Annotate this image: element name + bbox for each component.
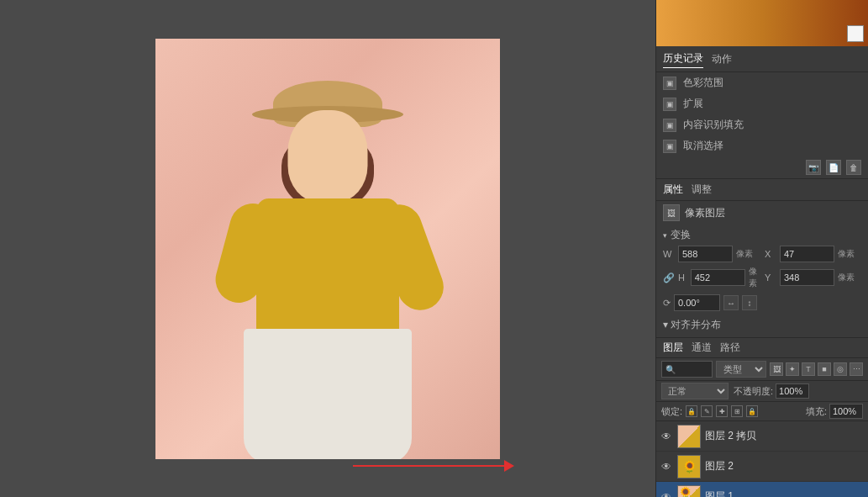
lock-all-btn[interactable]: 🔒	[746, 405, 758, 417]
x-label: X	[765, 249, 776, 259]
opacity-label: 不透明度:	[734, 385, 773, 398]
chevron-icon: ▾	[663, 231, 667, 240]
tab-history[interactable]: 历史记录	[663, 50, 703, 68]
canvas-area	[0, 0, 655, 497]
layer-item-1[interactable]: 👁 🌻 图层 1	[656, 482, 868, 497]
x-unit: 像素	[838, 248, 855, 260]
history-icon-2: ▣	[663, 98, 676, 111]
height-input[interactable]	[691, 269, 745, 286]
pixel-filter-icon[interactable]: 🖼	[770, 362, 783, 376]
layer-type-label: 像素图层	[685, 206, 725, 220]
more-filter-icon[interactable]: ⋯	[850, 362, 863, 376]
y-label: Y	[765, 272, 776, 283]
text-filter-icon[interactable]: T	[802, 362, 815, 376]
flip-h-button[interactable]: ↔	[723, 295, 739, 310]
eye-icon-copy[interactable]: 👁	[661, 431, 673, 442]
y-input[interactable]	[780, 269, 834, 286]
tab-adjustments[interactable]: 调整	[692, 182, 712, 197]
smart-filter-icon[interactable]: ◎	[834, 362, 847, 376]
layer-name-copy: 图层 2 拷贝	[705, 429, 863, 443]
eye-icon-2[interactable]: 👁	[661, 461, 673, 473]
shape-filter-icon[interactable]: ■	[818, 362, 831, 376]
lock-artboard-icon[interactable]: ⊞	[731, 405, 743, 417]
properties-tabs: 属性 调整	[656, 179, 868, 201]
layer-thumb-1: 🌻	[677, 485, 701, 498]
layer-thumb-copy	[677, 425, 701, 448]
blend-mode-select[interactable]: 正常	[661, 383, 729, 399]
layers-list: 👁 图层 2 拷贝 👁 🌻 图层 2 👁 🌻 图层 1	[656, 421, 868, 497]
history-icon-4: ▣	[663, 140, 676, 153]
snapshot-button[interactable]: 📷	[806, 160, 821, 175]
history-icon-3: ▣	[663, 119, 676, 132]
torso	[256, 198, 399, 333]
eye-icon-1[interactable]: 👁	[661, 491, 673, 498]
opacity-input[interactable]	[776, 383, 809, 399]
layer-item-2[interactable]: 👁 🌻 图层 2	[656, 452, 868, 482]
opacity-row: 不透明度:	[734, 383, 809, 399]
align-header[interactable]: ▾ 对齐并分布	[663, 318, 861, 332]
adjustment-filter-icon[interactable]: ✦	[786, 362, 799, 376]
history-item-1: ▣ 色彩范围	[656, 72, 868, 93]
lock-label: 锁定:	[661, 405, 682, 418]
person-figure	[210, 72, 445, 459]
layer-name-1: 图层 1	[705, 489, 863, 497]
tab-layers[interactable]: 图层	[663, 341, 683, 355]
width-input[interactable]	[678, 246, 733, 262]
layer-icons-row: 🖼 ✦ T ■ ◎ ⋯	[770, 362, 863, 376]
layer-name-2: 图层 2	[705, 459, 863, 473]
tab-channels[interactable]: 通道	[692, 341, 712, 355]
arrow-container	[353, 460, 514, 472]
history-item-2: ▣ 扩展	[656, 93, 868, 114]
x-input[interactable]	[780, 246, 834, 262]
height-row: 🔗 H 像素	[663, 266, 761, 289]
delete-state-button[interactable]: 🗑	[846, 160, 861, 175]
h-label: H	[678, 272, 687, 283]
layers-panel: 图层 通道 路径 🔍 类型 🖼 ✦ T ■ ◎ ⋯ 正常	[656, 337, 868, 497]
fill-input[interactable]	[829, 404, 863, 419]
link-icon: 🔗	[663, 271, 675, 284]
arrow-line	[353, 465, 504, 467]
type-dropdown[interactable]: 类型	[716, 361, 767, 378]
history-icon-1: ▣	[663, 77, 676, 90]
history-item-3: ▣ 内容识别填充	[656, 114, 868, 135]
lock-row: 锁定: 🔒 ✎ ✚ ⊞ 🔒 填充:	[656, 402, 868, 421]
main-canvas	[155, 39, 500, 459]
layer-type-row: 🖼 像素图层	[656, 201, 868, 225]
skirt	[244, 329, 412, 459]
lock-position-icon[interactable]: ✚	[716, 405, 728, 417]
layer-thumb-2: 🌻	[677, 455, 701, 478]
layer-type-icon: 🖼	[663, 204, 680, 221]
transform-header[interactable]: ▾ 变换	[663, 228, 861, 242]
fill-row: 填充:	[806, 404, 863, 419]
flip-v-button[interactable]: ↕	[742, 295, 757, 310]
x-row: X 像素	[765, 246, 861, 262]
history-item-4: ▣ 取消选择	[656, 135, 868, 156]
rotation-row: ⟳ ↔ ↕	[663, 293, 861, 313]
layers-toolbar: 🔍 类型 🖼 ✦ T ■ ◎ ⋯	[656, 358, 868, 381]
fill-label: 填充:	[806, 405, 827, 418]
tab-paths[interactable]: 路径	[720, 341, 740, 355]
h-unit: 像素	[749, 266, 761, 289]
tab-properties[interactable]: 属性	[663, 182, 683, 197]
history-tabs: 历史记录 动作	[656, 46, 868, 72]
search-box[interactable]: 🔍	[661, 361, 713, 378]
arrow-head	[504, 460, 514, 472]
rotation-input[interactable]	[674, 294, 720, 311]
create-state-button[interactable]: 📄	[826, 160, 841, 175]
history-actions: 📷 📄 🗑	[656, 156, 868, 178]
layers-options: 正常 不透明度:	[656, 381, 868, 402]
lock-pixel-icon[interactable]: ✎	[701, 405, 713, 417]
layer-item-copy[interactable]: 👁 图层 2 拷贝	[656, 421, 868, 452]
transform-grid: W 像素 X 像素 🔗 H 像素 Y 像素	[663, 246, 861, 289]
w-label: W	[663, 249, 675, 259]
rotation-icon: ⟳	[663, 298, 671, 309]
color-swatch	[656, 0, 868, 46]
align-section: ▾ 对齐并分布	[656, 316, 868, 337]
transform-section: ▾ 变换 W 像素 X 像素 🔗 H 像素	[656, 225, 868, 316]
chevron-align-icon: ▾	[663, 319, 671, 330]
layers-tabs: 图层 通道 路径	[656, 338, 868, 358]
right-panel: 历史记录 动作 ▣ 色彩范围 ▣ 扩展 ▣ 内容识别填充 ▣ 取消选择 📷 📄 …	[655, 0, 868, 497]
search-icon: 🔍	[665, 365, 676, 374]
lock-all-icon[interactable]: 🔒	[686, 405, 697, 417]
tab-actions[interactable]: 动作	[712, 50, 732, 68]
